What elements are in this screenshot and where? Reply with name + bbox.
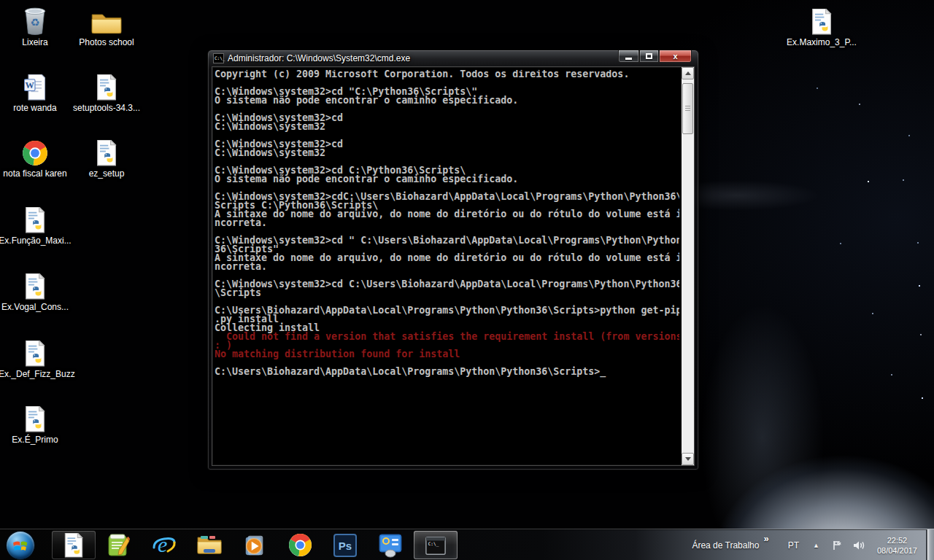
taskbar-button-chrome[interactable] [277,529,323,560]
desktop-icon-ez-setup[interactable]: ez_setup [70,136,143,179]
desktop-icon-label: Ex.É_Primo [0,435,72,445]
window-caption-buttons: x [618,50,692,63]
system-tray: Área de Trabalho » PT ▲ 22:52 08/04/2017 [680,529,934,560]
taskbar-button-media-player[interactable] [232,529,277,560]
desktop-icon-label: Ex.Vogal_Cons... [0,302,72,312]
taskbar-button-python-file[interactable] [52,531,96,559]
taskbar: Área de Trabalho » PT ▲ 22:52 08/04/2017 [0,529,934,560]
photoshop-icon [333,534,357,557]
close-button[interactable]: x [659,50,692,63]
python-file-icon [64,533,83,558]
desktop-icon-rote-wanda[interactable]: rote wanda [0,70,72,113]
cmd-window: C:\_ Administrador: C:\Windows\System32\… [207,50,699,470]
desktop-icon-ex-maximo-3-p[interactable]: Ex.Maximo_3_P... [785,4,858,47]
maximize-icon [646,53,652,59]
taskbar-button-photoshop[interactable] [323,529,368,560]
close-icon: x [673,52,677,61]
python-file-icon [0,336,72,367]
desktop-icon-nota-fiscal-karen[interactable]: nota fiscal karen [0,136,72,179]
windows-logo-icon [12,537,28,553]
desktop-icon-label: Lixeira [0,37,72,47]
desktop-icon-label: Photos school [70,37,143,47]
desktop-icon-ex-e-primo[interactable]: Ex.É_Primo [0,402,72,445]
taskbar-button-cmd[interactable] [414,531,458,559]
taskbar-buttons [51,529,458,560]
python-file-icon [70,70,143,101]
python-file-icon [0,203,72,233]
python-file-icon [70,136,143,166]
control-panel-icon [378,533,403,558]
taskbar-button-notepad-plus-plus[interactable] [96,529,142,560]
console-line: C:\Users\Biohazard\AppData\Local\Program… [215,306,679,315]
scrollbar-up-button[interactable] [682,67,694,79]
notepad-plus-plus-icon [107,534,131,557]
desktop-icon-ex-vogal-cons[interactable]: Ex.Vogal_Cons... [0,269,72,312]
console-line: Copyright (c) 2009 Microsoft Corporation… [215,70,679,79]
desktop-icon-label: ez_setup [70,168,143,179]
desktop-icon-ex-funcao-maxi[interactable]: Ex.Função_Maxi... [0,203,72,246]
console-viewport[interactable]: Copyright (c) 2009 Microsoft Corporation… [212,66,695,466]
python-file-icon [785,4,858,35]
console-line: C:\Windows\system32 [215,122,679,131]
cmd-icon [425,534,447,556]
windows-explorer-icon [196,534,223,556]
window-title: Administrador: C:\Windows\System32\cmd.e… [228,53,410,63]
console-line: \Scripts [215,289,679,298]
internet-explorer-icon [152,533,177,558]
maximize-button[interactable] [639,50,659,63]
start-button[interactable] [6,531,35,560]
desktop-toolbar-label[interactable]: Área de Trabalho [692,540,759,551]
scroll-down-arrow-icon [685,457,691,461]
console-line: No matching distribution found for insta… [215,350,679,359]
desktop-icon-label: Ex._Def_Fizz_Buzz [0,369,72,379]
cmd-window-icon: C:\_ [213,53,224,63]
desktop-icon-label: nota fiscal karen [0,168,72,179]
show-hidden-icons-button[interactable]: ▲ [813,542,819,549]
taskbar-clock[interactable]: 22:52 08/04/2017 [877,535,917,556]
taskbar-button-internet-explorer[interactable] [142,529,187,560]
scrollbar-down-button[interactable] [682,453,694,465]
desktop-icon-photos-school[interactable]: Photos school [70,4,143,47]
clock-time: 22:52 [877,535,917,545]
python-file-icon [0,402,72,432]
console-line: C:\Users\Biohazard\AppData\Local\Program… [215,368,679,376]
console-line: A sintaxe do nome do arquivo, do nome do… [215,210,679,219]
console-cursor: _ [600,368,606,376]
taskbar-button-windows-explorer[interactable] [187,529,232,560]
minimize-icon [625,58,632,60]
python-file-icon [0,269,72,300]
show-desktop-button[interactable] [926,529,934,560]
scroll-up-arrow-icon [685,71,691,75]
volume-icon[interactable] [853,540,866,551]
recycle-bin-icon [0,4,72,35]
console-line: Could not find a version that satisfies … [215,332,679,341]
console-scrollbar[interactable] [682,67,694,465]
desktop-icon-label: Ex.Maximo_3_P... [785,37,858,47]
console-line: O sistema não pode encontrar o caminho e… [215,96,679,105]
folder-icon [70,4,143,35]
language-indicator[interactable]: PT [788,540,799,551]
console-line: A sintaxe do nome do arquivo, do nome do… [215,254,679,262]
desktop-icon-ex-def-fizz-buzz[interactable]: Ex._Def_Fizz_Buzz [0,336,72,379]
desktop-icon-label: rote wanda [0,103,72,113]
console-line: C:\Windows\system32>cd C:\Users\Biohazar… [215,280,679,289]
tray-grip[interactable] [682,536,687,555]
chrome-icon [0,136,72,166]
chrome-icon [288,533,312,557]
scrollbar-thumb[interactable] [682,83,693,134]
action-center-flag-icon[interactable] [831,540,843,551]
toolbar-overflow-chevron[interactable]: » [763,533,768,544]
desktop-icon-setuptools[interactable]: setuptools-34.3... [70,70,143,113]
taskbar-button-control-panel[interactable] [368,529,413,560]
console-line: ncorreta. [215,262,679,271]
taskbar-grip[interactable] [44,535,50,554]
console-line: C:\Windows\system32>cd " C:\Users\Biohaz… [215,236,679,245]
minimize-button[interactable] [618,50,639,63]
console-output: Copyright (c) 2009 Microsoft Corporation… [215,70,679,464]
desktop-icon-recycle-bin[interactable]: Lixeira [0,4,72,47]
tray-grip[interactable] [775,536,781,555]
word-document-icon [0,70,72,101]
console-line: O sistema não pode encontrar o caminho e… [215,175,679,184]
console-line: C:\Windows\system32 [215,149,679,158]
console-line: ncorreta. [215,219,679,228]
